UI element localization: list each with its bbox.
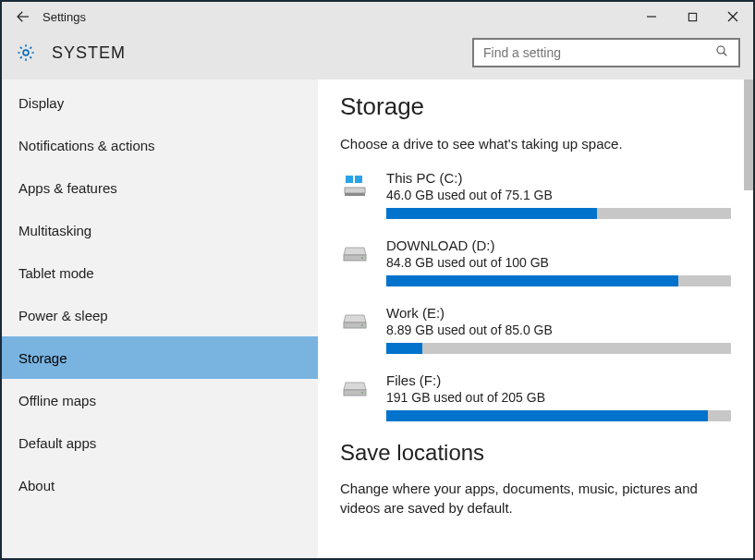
usage-bar-fill [386, 208, 597, 219]
sidebar-item-storage[interactable]: Storage [2, 336, 318, 379]
drive-info: Work (E:)8.89 GB used out of 85.0 GB [386, 305, 731, 354]
drive-usage-text: 84.8 GB used out of 100 GB [386, 255, 731, 270]
sidebar-item-label: Multitasking [18, 223, 91, 238]
drive-usage-text: 8.89 GB used out of 85.0 GB [386, 323, 731, 337]
content[interactable]: Storage Choose a drive to see what's tak… [318, 79, 753, 558]
usage-bar [386, 275, 731, 286]
sidebar-item-apps-features[interactable]: Apps & features [2, 166, 318, 209]
system-drive-icon [340, 172, 370, 201]
drive-name: Files (F:) [386, 372, 731, 388]
sidebar-item-default-apps[interactable]: Default apps [2, 421, 318, 464]
sidebar-item-notifications-actions[interactable]: Notifications & actions [2, 124, 318, 166]
usage-bar [386, 343, 731, 354]
sidebar-item-about[interactable]: About [2, 464, 318, 506]
drive-icon [340, 307, 370, 336]
body: DisplayNotifications & actionsApps & fea… [2, 79, 753, 558]
drive-name: DOWNLOAD (D:) [386, 237, 731, 253]
page-subheading: Choose a drive to see what's taking up s… [340, 136, 731, 152]
drive-info: This PC (C:)46.0 GB used out of 75.1 GB [386, 170, 731, 219]
page-heading: Storage [340, 92, 731, 121]
search-input[interactable] [483, 45, 714, 60]
svg-point-15 [361, 324, 363, 326]
svg-point-13 [361, 257, 363, 259]
drives-list: This PC (C:)46.0 GB used out of 75.1 GBD… [340, 170, 731, 421]
sidebar-item-power-sleep[interactable]: Power & sleep [2, 294, 318, 336]
search-icon [714, 43, 729, 62]
usage-bar [386, 410, 731, 421]
scrollbar[interactable] [744, 79, 753, 190]
usage-bar [386, 208, 731, 219]
gear-icon [15, 42, 37, 64]
sidebar-item-label: About [18, 478, 55, 493]
sidebar-item-label: Tablet mode [18, 265, 94, 281]
search-box[interactable] [472, 38, 740, 67]
drive-icon [340, 239, 370, 269]
close-button[interactable] [712, 2, 753, 31]
usage-bar-fill [386, 343, 422, 354]
svg-point-5 [23, 50, 29, 55]
drive-item[interactable]: DOWNLOAD (D:)84.8 GB used out of 100 GB [340, 237, 731, 286]
drive-usage-text: 46.0 GB used out of 75.1 GB [386, 188, 731, 202]
drive-info: DOWNLOAD (D:)84.8 GB used out of 100 GB [386, 237, 731, 286]
window-title: Settings [43, 10, 86, 24]
back-button[interactable] [7, 2, 39, 31]
drive-item[interactable]: This PC (C:)46.0 GB used out of 75.1 GB [340, 170, 731, 219]
sidebar-item-label: Display [18, 95, 64, 111]
minimize-button[interactable] [631, 2, 672, 31]
drive-icon [340, 374, 370, 404]
save-locations-desc: Change where your apps, documents, music… [340, 479, 731, 517]
drive-usage-text: 191 GB used out of 205 GB [386, 390, 731, 405]
svg-rect-9 [355, 176, 362, 183]
titlebar: Settings [2, 2, 753, 31]
drive-item[interactable]: Work (E:)8.89 GB used out of 85.0 GB [340, 305, 731, 354]
sidebar-item-label: Storage [18, 350, 67, 366]
drive-item[interactable]: Files (F:)191 GB used out of 205 GB [340, 372, 731, 421]
drive-name: Work (E:) [386, 305, 731, 321]
header: SYSTEM [2, 31, 753, 79]
settings-window: Settings SYSTEM [0, 0, 755, 560]
svg-point-6 [717, 46, 725, 54]
svg-rect-10 [345, 188, 365, 193]
sidebar-item-multitasking[interactable]: Multitasking [2, 209, 318, 251]
save-locations-heading: Save locations [340, 440, 731, 466]
sidebar-item-label: Offline maps [18, 393, 96, 408]
sidebar-item-label: Default apps [18, 435, 96, 451]
sidebar-item-label: Notifications & actions [18, 138, 155, 153]
system-label: SYSTEM [52, 43, 126, 63]
sidebar-item-label: Apps & features [18, 180, 117, 196]
sidebar: DisplayNotifications & actionsApps & fea… [2, 79, 318, 558]
maximize-button[interactable] [672, 2, 712, 31]
sidebar-item-display[interactable]: Display [2, 81, 318, 124]
svg-rect-11 [345, 193, 365, 196]
sidebar-item-label: Power & sleep [18, 308, 108, 323]
svg-line-7 [724, 53, 726, 55]
svg-point-17 [361, 392, 363, 394]
sidebar-item-tablet-mode[interactable]: Tablet mode [2, 251, 318, 294]
svg-rect-2 [688, 13, 696, 20]
drive-name: This PC (C:) [386, 170, 731, 186]
usage-bar-fill [386, 275, 678, 286]
svg-rect-8 [346, 176, 353, 183]
sidebar-item-offline-maps[interactable]: Offline maps [2, 379, 318, 421]
drive-info: Files (F:)191 GB used out of 205 GB [386, 372, 731, 421]
usage-bar-fill [386, 410, 708, 421]
